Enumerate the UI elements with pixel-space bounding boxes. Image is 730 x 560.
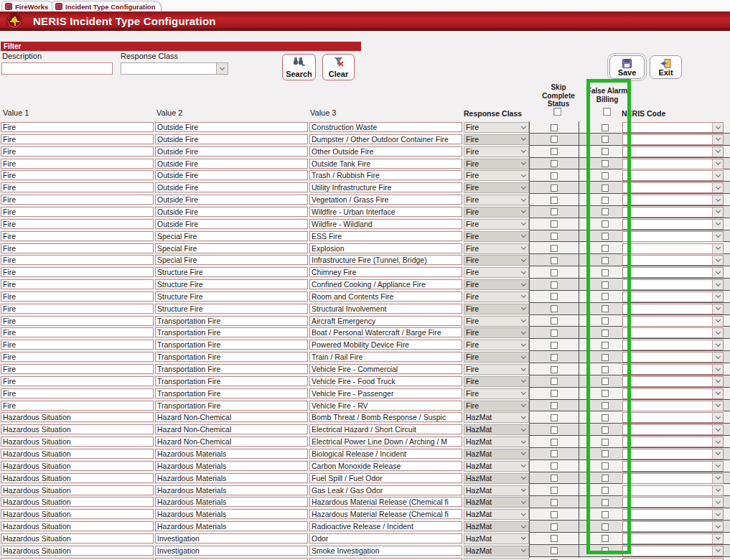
value3-cell[interactable]: Electrical Hazard / Short Circuit [309,424,462,434]
false-alarm-billing-checkbox[interactable] [602,305,609,312]
neris-code-select[interactable] [622,485,724,496]
value3-cell[interactable]: Train / Rail Fire [309,352,462,362]
value2-cell[interactable]: Outside Fire [155,170,308,180]
chevron-down-icon[interactable] [519,413,528,422]
chevron-down-icon[interactable] [519,510,528,519]
false-alarm-billing-checkbox[interactable] [602,535,609,542]
neris-code-select[interactable] [622,182,724,193]
false-alarm-billing-checkbox[interactable] [602,124,609,131]
false-alarm-billing-checkbox[interactable] [602,317,609,325]
chevron-down-icon[interactable] [712,510,723,519]
value1-cell[interactable]: Hazardous Situation [1,533,154,543]
skip-complete-checkbox[interactable] [551,245,558,252]
value3-cell[interactable]: Gas Leak / Gas Odor [309,485,462,495]
skip-complete-checkbox[interactable] [551,342,558,349]
response-class-select[interactable]: Fire [464,146,529,157]
skip-complete-checkbox[interactable] [551,439,558,446]
response-class-select[interactable]: HazMat [464,424,529,435]
value1-cell[interactable]: Fire [1,291,154,302]
value3-cell[interactable]: Hazardous Material Release (Chemical fi [309,497,462,507]
false-alarm-billing-checkbox[interactable] [602,450,609,457]
value1-cell[interactable]: Fire [1,255,154,265]
value1-cell[interactable]: Hazardous Situation [1,485,154,495]
skip-complete-checkbox[interactable] [551,293,558,300]
false-alarm-billing-checkbox[interactable] [602,390,609,397]
response-class-select[interactable]: Fire [464,327,529,338]
response-class-select[interactable]: Fire [464,316,529,327]
skip-complete-checkbox[interactable] [551,462,558,470]
value3-cell[interactable]: Carbon Monoxide Release [309,461,462,471]
value3-cell[interactable]: Outside Tank Fire [309,159,462,169]
value2-cell[interactable]: Transportation Fire [155,340,308,350]
value3-cell[interactable]: Bomb Threat / Bomb Response / Suspic [309,412,462,422]
value2-cell[interactable]: Outside Fire [155,195,308,205]
clear-button[interactable]: Clear [322,54,355,80]
save-button[interactable]: Save [609,55,645,79]
false-alarm-billing-checkbox[interactable] [602,462,609,470]
response-class-select[interactable]: HazMat [464,449,529,459]
chevron-down-icon[interactable] [712,280,723,289]
chevron-down-icon[interactable] [712,268,723,277]
value2-cell[interactable]: Structure Fire [155,291,308,302]
chevron-down-icon[interactable] [712,546,723,556]
false-alarm-billing-checkbox[interactable] [602,499,609,506]
tab-fireworks[interactable]: FireWorks [1,1,55,11]
neris-code-select[interactable] [622,340,724,350]
chevron-down-icon[interactable] [519,486,528,495]
chevron-down-icon[interactable] [519,207,528,217]
neris-code-select[interactable] [622,437,724,447]
chevron-down-icon[interactable] [712,220,723,229]
chevron-down-icon[interactable] [519,232,528,241]
neris-code-select[interactable] [622,388,724,399]
chevron-down-icon[interactable] [712,437,723,447]
response-class-select[interactable]: HazMat [464,521,529,532]
skip-complete-checkbox[interactable] [551,220,558,228]
value2-cell[interactable]: Transportation Fire [155,352,308,362]
value1-cell[interactable]: Fire [1,243,154,253]
false-alarm-billing-checkbox[interactable] [602,378,609,385]
value3-cell[interactable]: No Rupture [309,558,462,560]
false-alarm-billing-checkbox[interactable] [602,402,609,409]
chevron-down-icon[interactable] [519,328,528,337]
chevron-down-icon[interactable] [712,353,723,362]
chevron-down-icon[interactable] [519,401,528,411]
response-class-select[interactable]: HazMat [464,558,529,560]
chevron-down-icon[interactable] [519,159,528,169]
value3-cell[interactable]: Confined Cooking / Appliance Fire [309,279,462,289]
value3-cell[interactable]: Utility Infrastructure Fire [309,182,462,192]
false-alarm-billing-checkbox[interactable] [602,160,609,167]
response-class-select[interactable]: Fire [464,267,529,278]
response-class-filter-select[interactable] [121,62,228,75]
skip-complete-checkbox[interactable] [551,269,558,276]
neris-code-select[interactable] [622,291,724,302]
chevron-down-icon[interactable] [519,280,528,289]
value1-cell[interactable]: Fire [1,352,154,362]
response-class-select[interactable]: HazMat [464,485,529,496]
chevron-down-icon[interactable] [712,256,723,265]
chevron-down-icon[interactable] [712,304,723,314]
value1-cell[interactable]: Fire [1,316,154,326]
skip-complete-checkbox[interactable] [551,317,558,325]
value2-cell[interactable]: Hazard Non-Chemical [155,424,308,434]
response-class-select[interactable]: Fire [464,352,529,363]
neris-code-select[interactable] [622,401,724,411]
chevron-down-icon[interactable] [712,425,723,434]
chevron-down-icon[interactable] [519,147,528,157]
value1-cell[interactable]: Fire [1,122,154,132]
value2-cell[interactable]: Hazardous Materials [155,449,308,459]
false-alarm-billing-checkbox[interactable] [602,136,609,143]
skip-complete-checkbox[interactable] [551,402,558,409]
value3-cell[interactable]: Odor [309,533,462,543]
chevron-down-icon[interactable] [712,317,723,326]
neris-code-select[interactable] [622,424,724,435]
chevron-down-icon[interactable] [519,425,528,434]
skip-complete-checkbox[interactable] [551,390,558,397]
neris-code-select[interactable] [622,267,724,278]
value1-cell[interactable]: Fire [1,182,154,192]
chevron-down-icon[interactable] [216,63,228,74]
chevron-down-icon[interactable] [712,377,723,386]
neris-code-select[interactable] [622,219,724,230]
false-alarm-billing-checkbox[interactable] [602,414,609,421]
skip-complete-checkbox[interactable] [551,523,558,531]
neris-code-select[interactable] [622,170,724,181]
